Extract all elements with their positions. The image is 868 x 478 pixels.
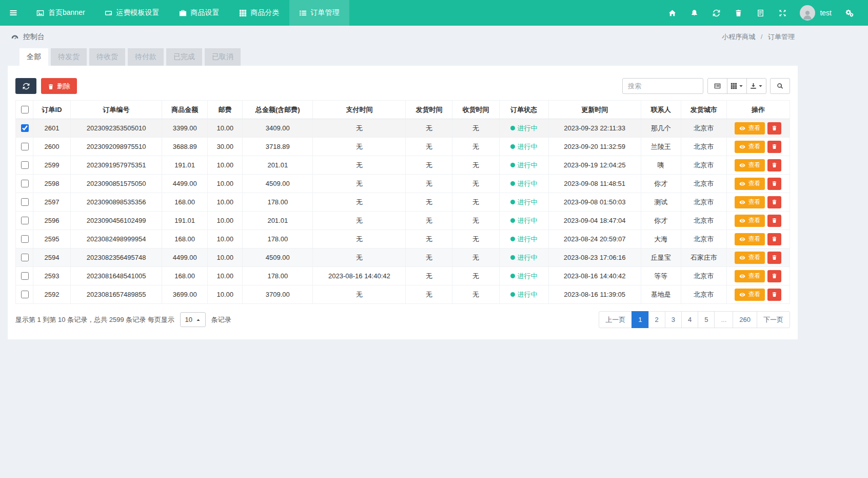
dashboard-label: 控制台 bbox=[23, 32, 45, 42]
menu-toggle-button[interactable] bbox=[0, 0, 27, 26]
fullscreen-button[interactable] bbox=[772, 0, 794, 26]
view-button[interactable]: 查看 bbox=[735, 289, 765, 301]
search-button[interactable] bbox=[770, 78, 790, 94]
page-item[interactable]: 260 bbox=[733, 311, 757, 328]
filter-tab[interactable]: 待付款 bbox=[128, 48, 164, 66]
eye-icon bbox=[739, 292, 745, 298]
cell-total: 178.00 bbox=[243, 267, 313, 285]
view-button[interactable]: 查看 bbox=[735, 141, 765, 153]
row-delete-button[interactable] bbox=[767, 252, 781, 264]
row-delete-button[interactable] bbox=[767, 196, 781, 208]
cell-city: 北京市 bbox=[681, 230, 726, 248]
column-header: 订单ID bbox=[33, 101, 71, 119]
trash-icon bbox=[772, 292, 777, 297]
cell-order_no: 2023090456102499 bbox=[71, 212, 162, 230]
row-delete-button[interactable] bbox=[767, 215, 781, 227]
page-size-dropdown[interactable]: 10 bbox=[180, 312, 206, 327]
row-checkbox[interactable] bbox=[21, 217, 29, 224]
cell-total: 178.00 bbox=[243, 230, 313, 248]
page-item[interactable]: 4 bbox=[681, 311, 698, 328]
cell-id: 2600 bbox=[33, 138, 71, 156]
view-button[interactable]: 查看 bbox=[735, 215, 765, 227]
view-button[interactable]: 查看 bbox=[735, 122, 765, 135]
cell-postage: 10.00 bbox=[208, 193, 243, 212]
nav-item[interactable]: 订单管理 bbox=[289, 0, 349, 26]
status-dot-icon bbox=[510, 126, 515, 130]
bars-icon bbox=[9, 9, 17, 17]
cell-postage: 10.00 bbox=[208, 212, 243, 230]
log-button[interactable] bbox=[749, 0, 772, 26]
cell-contact: 你才 bbox=[641, 175, 681, 193]
row-delete-button[interactable] bbox=[767, 178, 781, 190]
filter-tab[interactable]: 全部 bbox=[19, 48, 48, 66]
delete-button[interactable]: 删除 bbox=[41, 78, 77, 94]
column-header: 发货城市 bbox=[681, 101, 726, 119]
nav-item[interactable]: 商品设置 bbox=[169, 0, 229, 26]
refresh-icon bbox=[23, 83, 30, 90]
view-button[interactable]: 查看 bbox=[735, 196, 765, 208]
refresh-button[interactable] bbox=[705, 0, 727, 26]
settings-button[interactable] bbox=[838, 0, 861, 26]
export-button[interactable] bbox=[746, 78, 766, 94]
trash-button[interactable] bbox=[727, 0, 749, 26]
page-item[interactable]: 5 bbox=[698, 311, 715, 328]
view-button[interactable]: 查看 bbox=[735, 233, 765, 245]
row-delete-button[interactable] bbox=[767, 159, 781, 171]
row-checkbox[interactable] bbox=[21, 272, 29, 280]
cell-amount: 168.00 bbox=[162, 193, 208, 212]
row-delete-button[interactable] bbox=[767, 122, 781, 135]
cell-pay_time: 无 bbox=[313, 193, 406, 212]
row-checkbox[interactable] bbox=[21, 180, 29, 187]
view-button[interactable]: 查看 bbox=[735, 252, 765, 264]
row-checkbox[interactable] bbox=[21, 124, 29, 132]
status-dot-icon bbox=[510, 144, 515, 149]
breadcrumb-separator: / bbox=[761, 33, 763, 41]
select-all-checkbox[interactable] bbox=[21, 106, 29, 113]
row-checkbox[interactable] bbox=[21, 254, 29, 261]
filter-tab[interactable]: 待收货 bbox=[89, 48, 125, 66]
row-checkbox[interactable] bbox=[21, 161, 29, 169]
page-item[interactable]: ... bbox=[714, 311, 733, 328]
filter-tab[interactable]: 已完成 bbox=[166, 48, 202, 66]
page-item[interactable]: 1 bbox=[632, 311, 648, 328]
row-checkbox[interactable] bbox=[21, 143, 29, 150]
status-dot-icon bbox=[510, 237, 515, 241]
row-delete-button[interactable] bbox=[767, 233, 781, 245]
refresh-button[interactable] bbox=[15, 78, 36, 94]
row-checkbox[interactable] bbox=[21, 235, 29, 243]
grid-icon bbox=[731, 83, 737, 89]
filter-tab[interactable]: 待发货 bbox=[51, 48, 87, 66]
row-delete-button[interactable] bbox=[767, 141, 781, 153]
nav-item[interactable]: 运费模板设置 bbox=[95, 0, 169, 26]
cell-total: 201.01 bbox=[243, 212, 313, 230]
trash-icon bbox=[772, 236, 777, 242]
page-item[interactable]: 上一页 bbox=[599, 311, 632, 328]
status-badge: 进行中 bbox=[510, 272, 538, 281]
detail-view-button[interactable] bbox=[707, 78, 727, 94]
columns-button[interactable] bbox=[727, 78, 747, 94]
view-button[interactable]: 查看 bbox=[735, 159, 765, 171]
row-delete-button[interactable] bbox=[767, 270, 781, 282]
row-checkbox[interactable] bbox=[21, 198, 29, 206]
nav-item[interactable]: 商品分类 bbox=[229, 0, 289, 26]
page-item[interactable]: 2 bbox=[648, 311, 665, 328]
home-button[interactable] bbox=[661, 0, 683, 26]
cell-postage: 10.00 bbox=[208, 175, 243, 193]
row-delete-button[interactable] bbox=[767, 289, 781, 301]
status-badge: 进行中 bbox=[510, 198, 538, 207]
bell-button[interactable] bbox=[683, 0, 705, 26]
view-button[interactable]: 查看 bbox=[735, 270, 765, 282]
filter-tab[interactable]: 已取消 bbox=[205, 48, 241, 66]
page-item[interactable]: 下一页 bbox=[757, 311, 790, 328]
page-item[interactable]: 3 bbox=[665, 311, 682, 328]
breadcrumb-app[interactable]: 小程序商城 bbox=[722, 33, 755, 41]
status-badge: 进行中 bbox=[510, 124, 538, 133]
row-checkbox[interactable] bbox=[21, 291, 29, 298]
nav-item[interactable]: 首页banner bbox=[27, 0, 95, 26]
eye-icon bbox=[739, 218, 745, 224]
search-input[interactable] bbox=[622, 78, 703, 94]
cell-update_time: 2023-09-08 11:48:51 bbox=[548, 175, 641, 193]
cell-city: 北京市 bbox=[681, 156, 726, 175]
view-button[interactable]: 查看 bbox=[735, 178, 765, 190]
user-menu[interactable]: test bbox=[794, 5, 838, 21]
